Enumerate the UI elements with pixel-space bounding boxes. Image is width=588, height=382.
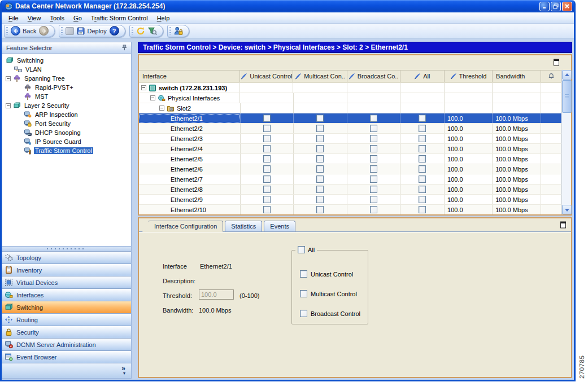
close-button[interactable]	[562, 2, 572, 11]
feature-tree-item-traffic-storm-control[interactable]: Traffic Storm Control	[2, 146, 131, 155]
feature-tree-item-rapid-pvst[interactable]: Rapid-PVST+	[2, 83, 131, 92]
all-checkbox[interactable]	[419, 196, 426, 203]
multicast-checkbox[interactable]	[316, 125, 324, 132]
broadcast-control-checkbox[interactable]	[300, 310, 307, 317]
broadcast-checkbox[interactable]	[370, 206, 377, 213]
tree-expander[interactable]	[150, 95, 155, 100]
all-checkbox[interactable]	[298, 246, 305, 253]
feature-tree-item-layer-2-security[interactable]: Layer 2 Security	[2, 101, 131, 110]
nav-item-routing[interactable]: Routing	[2, 313, 131, 326]
multicast-checkbox[interactable]	[316, 196, 324, 203]
broadcast-checkbox[interactable]	[370, 155, 377, 163]
table-tree-row[interactable]: switch (172.28.231.193)	[139, 83, 561, 93]
toolbar-grip[interactable]	[6, 27, 8, 35]
all-checkbox[interactable]	[419, 145, 426, 152]
tree-expander[interactable]	[159, 106, 164, 111]
multicast-checkbox[interactable]	[316, 155, 324, 163]
tree-expander[interactable]	[6, 103, 11, 108]
nav-item-inventory[interactable]: Inventory	[2, 264, 131, 276]
unicast-checkbox[interactable]	[263, 155, 271, 163]
tab-interface-configuration[interactable]: Interface Configuration	[148, 221, 223, 232]
toolbar-grip[interactable]	[169, 27, 171, 35]
refresh-icon[interactable]	[136, 27, 145, 36]
panel-splitter[interactable]	[2, 247, 132, 251]
all-checkbox[interactable]	[419, 155, 426, 163]
feature-tree-item-arp-inspection[interactable]: ARP Inspection	[2, 110, 131, 119]
column-header-broadcast-co[interactable]: Broadcast Co..	[347, 71, 400, 82]
all-checkbox[interactable]	[419, 186, 426, 193]
interface-row-ethernet2-8[interactable]: Ethernet2/8100.0100.0 Mbps	[139, 185, 561, 195]
help-button[interactable]: ?	[110, 26, 119, 36]
interface-row-ethernet2-6[interactable]: Ethernet2/6100.0100.0 Mbps	[139, 164, 561, 174]
all-checkbox[interactable]	[419, 125, 426, 132]
column-header-bandwidth[interactable]: Bandwidth	[493, 71, 541, 82]
nav-item-switching[interactable]: Switching	[2, 301, 131, 313]
multicast-control-checkbox[interactable]	[300, 290, 307, 297]
column-header-unicast-control[interactable]: Unicast Control	[240, 71, 293, 82]
broadcast-checkbox[interactable]	[370, 196, 377, 203]
column-header-multicast-con[interactable]: Multicast Con..	[293, 71, 347, 82]
unicast-checkbox[interactable]	[263, 145, 271, 152]
broadcast-checkbox[interactable]	[370, 165, 377, 173]
threshold-input[interactable]	[199, 289, 234, 300]
menu-tools[interactable]: Tools	[45, 14, 69, 23]
broadcast-checkbox[interactable]	[370, 115, 377, 122]
unicast-control-checkbox[interactable]	[300, 270, 307, 278]
menu-view[interactable]: View	[23, 14, 46, 23]
nav-item-topology[interactable]: Topology	[2, 251, 131, 264]
filter-icon[interactable]	[148, 27, 157, 36]
restore-button[interactable]	[551, 2, 561, 11]
menu-traffic-storm-control[interactable]: Traffic Storm Control	[86, 14, 153, 23]
toolbar-grip[interactable]	[61, 27, 63, 35]
multicast-checkbox[interactable]	[316, 186, 324, 193]
column-header-threshold[interactable]: Threshold	[445, 71, 493, 82]
scroll-up-button[interactable]	[562, 70, 572, 80]
menu-file[interactable]: File	[4, 14, 23, 23]
interface-row-ethernet2-4[interactable]: Ethernet2/4100.0100.0 Mbps	[139, 144, 561, 154]
multicast-checkbox[interactable]	[316, 115, 324, 122]
unicast-checkbox[interactable]	[263, 165, 271, 173]
all-checkbox[interactable]	[419, 115, 426, 122]
feature-tree-item-ip-source-guard[interactable]: IP Source Guard	[2, 137, 131, 146]
deploy-button[interactable]: Deploy	[77, 27, 106, 35]
multicast-checkbox[interactable]	[316, 135, 324, 142]
forward-button[interactable]	[39, 26, 49, 36]
toolbar-grip[interactable]	[132, 27, 133, 35]
maximize-panel-icon[interactable]	[553, 59, 560, 66]
feature-tree-item-port-security[interactable]: Port Security	[2, 119, 131, 128]
table-tree-row[interactable]: Slot2	[139, 103, 561, 113]
all-checkbox[interactable]	[419, 206, 426, 213]
nav-overflow-button[interactable]: » ▾	[2, 363, 132, 379]
nav-item-interfaces[interactable]: Interfaces	[2, 288, 131, 301]
nav-item-dcnm-server-administration[interactable]: DCNM Server Administration	[2, 338, 131, 350]
unicast-checkbox[interactable]	[263, 175, 271, 183]
user-lock-icon[interactable]	[174, 27, 183, 36]
broadcast-checkbox[interactable]	[370, 125, 377, 132]
menu-help[interactable]: Help	[153, 14, 175, 23]
menu-go[interactable]: Go	[69, 14, 86, 23]
multicast-checkbox[interactable]	[316, 145, 324, 152]
table-scrollbar[interactable]	[561, 70, 571, 214]
broadcast-checkbox[interactable]	[370, 145, 377, 152]
broadcast-checkbox[interactable]	[370, 135, 377, 142]
all-checkbox[interactable]	[419, 135, 426, 142]
minimize-button[interactable]	[539, 2, 550, 11]
feature-tree-item-vlan[interactable]: VLAN	[2, 65, 131, 74]
unicast-checkbox[interactable]	[263, 186, 271, 193]
nav-item-event-browser[interactable]: Event Browser	[2, 350, 131, 363]
column-header-alarm[interactable]	[541, 71, 561, 82]
column-header-interface[interactable]: Interface	[139, 71, 240, 82]
back-button[interactable]: Back	[11, 26, 36, 36]
interface-row-ethernet2-7[interactable]: Ethernet2/7100.0100.0 Mbps	[139, 174, 561, 185]
interface-row-ethernet2-9[interactable]: Ethernet2/9100.0100.0 Mbps	[139, 195, 561, 205]
interface-row-ethernet2-2[interactable]: Ethernet2/2100.0100.0 Mbps	[139, 124, 561, 134]
all-checkbox[interactable]	[419, 175, 426, 183]
interface-row-ethernet2-10[interactable]: Ethernet2/10100.0100.0 Mbps	[139, 205, 561, 214]
column-header-all[interactable]: All	[400, 71, 445, 82]
tab-events[interactable]: Events	[264, 221, 295, 232]
broadcast-checkbox[interactable]	[370, 175, 377, 183]
scroll-thumb[interactable]	[562, 80, 572, 113]
pin-icon[interactable]	[121, 45, 127, 51]
all-checkbox[interactable]	[419, 165, 426, 173]
unicast-checkbox[interactable]	[263, 135, 271, 142]
